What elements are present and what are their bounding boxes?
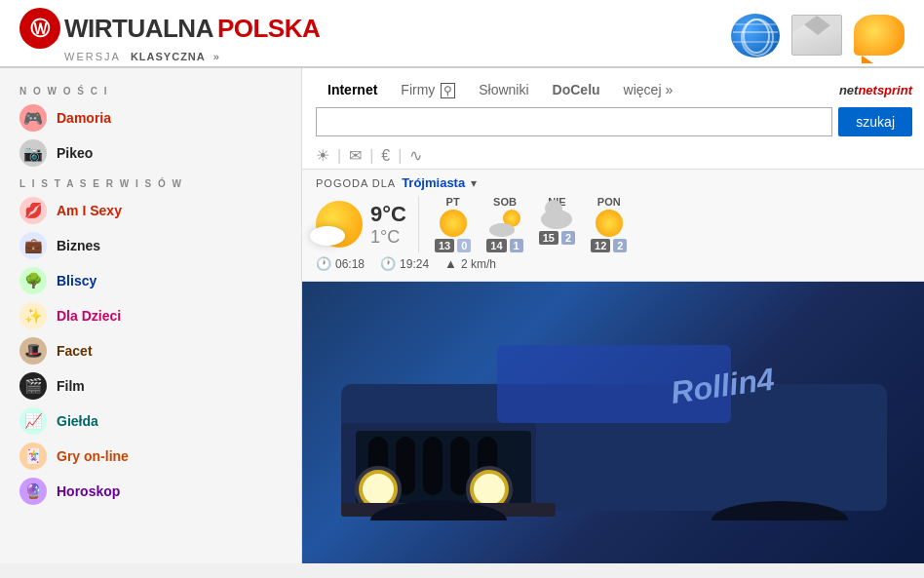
- sep3: |: [398, 147, 402, 165]
- today-weather-icon: [316, 201, 363, 248]
- sep1: |: [337, 147, 341, 165]
- forecast-sob-temps: 14 1: [486, 239, 522, 252]
- amisexy-icon: 💋: [19, 197, 47, 224]
- tab-firmy[interactable]: Firmy ⚲: [389, 78, 467, 101]
- sidebar-item-film[interactable]: 🎬 Film: [0, 368, 301, 404]
- forecast-pon: PON 12 2: [583, 196, 635, 252]
- tab-slowniki[interactable]: Słowniki: [467, 78, 540, 101]
- forecast-sob-low: 1: [510, 239, 523, 252]
- sunset-detail: 🕐 19:24: [380, 256, 429, 271]
- search-area: Internet Firmy ⚲ Słowniki DoCelu więcej …: [302, 68, 924, 142]
- gielda-label: Giełda: [57, 413, 98, 429]
- netsprint-text: netsprint: [858, 83, 912, 97]
- sun-quick-icon[interactable]: ☀: [316, 146, 329, 165]
- firmy-icon: ⚲: [441, 83, 455, 98]
- biznes-icon: 💼: [19, 232, 47, 259]
- weather-bottom: 🕐 06:18 🕐 19:24 ▲ 2 km/h: [316, 252, 912, 275]
- search-tabs: Internet Firmy ⚲ Słowniki DoCelu więcej …: [316, 78, 912, 101]
- version-text[interactable]: WERSJA KLASYCZNA »: [64, 51, 320, 62]
- sidebar-item-pikeo[interactable]: 📷 Pikeo: [0, 135, 301, 171]
- sidebar-item-damoria[interactable]: 🎮 Damoria: [0, 100, 301, 135]
- forecast-pt-icon: [440, 210, 467, 237]
- version-label: WERSJA: [64, 51, 121, 62]
- today-low: 1°C: [370, 227, 406, 248]
- euro-quick-icon[interactable]: €: [381, 147, 390, 165]
- tab-wiecej[interactable]: więcej »: [612, 78, 685, 101]
- sidebar-item-bliscy[interactable]: 🌳 Bliscy: [0, 263, 301, 298]
- forecast-nie: NIE 15 2: [531, 196, 583, 252]
- weather-label: POGODA DLA: [316, 177, 396, 189]
- sidebar-item-biznes[interactable]: 💼 Biznes: [0, 228, 301, 263]
- header-globe-icon[interactable]: [731, 14, 780, 58]
- tab-internet[interactable]: Internet: [316, 78, 389, 101]
- sunrise-time: 06:18: [335, 257, 365, 271]
- forecast-sob: SOB 14 1: [479, 196, 530, 252]
- sidebar-item-dzieci[interactable]: ✨ Dla Dzieci: [0, 298, 301, 333]
- sidebar: N O W O Ś C I 🎮 Damoria 📷 Pikeo L I S T …: [0, 68, 302, 563]
- svg-rect-6: [423, 437, 443, 495]
- logo[interactable]: Ⓦ WIRTUALNA POLSKA: [19, 8, 320, 49]
- film-label: Film: [57, 378, 85, 394]
- forecast-pon-name: PON: [597, 196, 621, 208]
- biznes-label: Biznes: [57, 238, 100, 253]
- damoria-label: Damoria: [57, 110, 111, 126]
- forecast-nie-icon: [541, 210, 572, 229]
- weather-today: 9°C 1°C: [316, 196, 419, 252]
- envelope-quick-icon[interactable]: ✉: [349, 146, 362, 165]
- forecast-sob-high: 14: [486, 239, 506, 252]
- gielda-icon: 📈: [19, 407, 47, 435]
- sidebar-item-gry[interactable]: 🃏 Gry on-line: [0, 439, 301, 474]
- forecast-pt-name: PT: [446, 196, 460, 208]
- search-button[interactable]: szukaj: [838, 107, 912, 136]
- sidebar-item-horoskop[interactable]: 🔮 Horoskop: [0, 474, 301, 509]
- forecast-nie-high: 15: [539, 231, 558, 245]
- main: N O W O Ś C I 🎮 Damoria 📷 Pikeo L I S T …: [0, 68, 924, 563]
- forecast-pt: PT 13 0: [427, 196, 479, 252]
- gry-label: Gry on-line: [57, 448, 129, 464]
- car-body: Rollin4: [302, 282, 924, 563]
- forecast-pon-high: 12: [591, 239, 610, 252]
- tab-docel[interactable]: DoCelu: [541, 78, 612, 101]
- forecast-pt-temps: 13 0: [435, 239, 471, 252]
- logo-area: Ⓦ WIRTUALNA POLSKA WERSJA KLASYCZNA »: [19, 8, 320, 62]
- wind-detail: ▲ 2 km/h: [444, 256, 496, 271]
- gry-icon: 🃏: [19, 443, 47, 470]
- dzieci-icon: ✨: [19, 302, 47, 329]
- svg-point-10: [363, 474, 394, 505]
- svg-point-12: [474, 474, 505, 505]
- forecast-nie-temps: 15 2: [539, 231, 575, 245]
- netsprint-logo: netnetsprint: [839, 83, 912, 97]
- logo-polska: POLSKA: [217, 14, 320, 44]
- wind-speed: 2 km/h: [461, 257, 496, 271]
- version-type: KLASYCZNA: [131, 51, 206, 62]
- quick-icons-bar: ☀ | ✉ | € | ∿: [302, 142, 924, 170]
- weather-city[interactable]: Trójmiasta: [402, 175, 465, 190]
- forecast-pt-high: 13: [435, 239, 454, 252]
- sunset-time: 19:24: [400, 257, 429, 271]
- weather-section: POGODA DLA Trójmiasta ▾ 9°C 1°C PT: [302, 170, 924, 282]
- weather-header: POGODA DLA Trójmiasta ▾: [316, 175, 912, 190]
- header-icons: [731, 14, 905, 58]
- logo-wirtualna: WIRTUALNA: [64, 14, 213, 44]
- damoria-icon: 🎮: [19, 104, 47, 132]
- sidebar-item-facet[interactable]: 🎩 Facet: [0, 333, 301, 368]
- header-email-icon[interactable]: [791, 15, 842, 56]
- search-bar: szukaj: [316, 107, 912, 136]
- header-chat-icon[interactable]: [854, 15, 905, 56]
- amisexy-label: Am I Sexy: [57, 203, 122, 218]
- search-input[interactable]: [316, 107, 832, 136]
- sidebar-item-gielda[interactable]: 📈 Giełda: [0, 404, 301, 439]
- forecast-sob-name: SOB: [493, 196, 517, 208]
- pikeo-label: Pikeo: [57, 145, 93, 161]
- forecast-pon-low: 2: [613, 239, 627, 252]
- facet-label: Facet: [57, 343, 93, 359]
- forecast-pon-temps: 12 2: [591, 239, 627, 252]
- today-temps: 9°C 1°C: [370, 202, 406, 248]
- sidebar-item-amisexy[interactable]: 💋 Am I Sexy: [0, 193, 301, 228]
- bliscy-icon: 🌳: [19, 267, 47, 294]
- chart-quick-icon[interactable]: ∿: [409, 146, 422, 165]
- weather-dropdown-icon[interactable]: ▾: [471, 176, 477, 190]
- nowosci-title: N O W O Ś C I: [0, 78, 301, 100]
- bliscy-label: Bliscy: [57, 273, 96, 289]
- forecast-pt-low: 0: [457, 239, 471, 252]
